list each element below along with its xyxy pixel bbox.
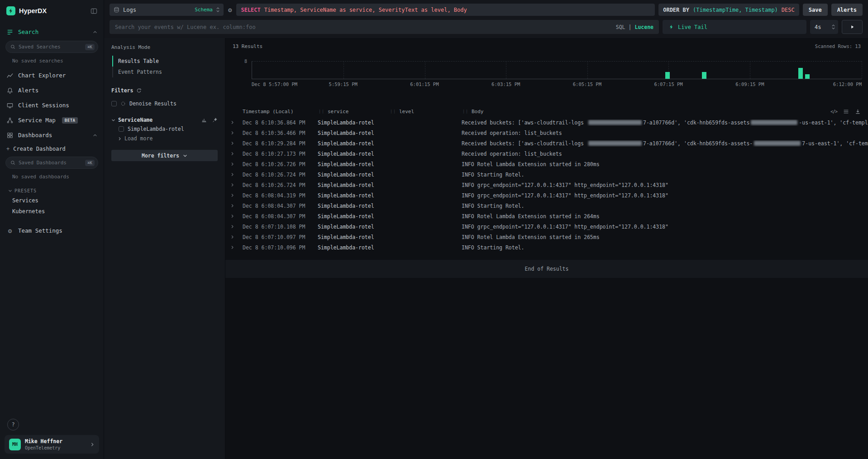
select-chevrons-icon [216, 7, 219, 13]
gridline [343, 61, 344, 79]
histogram-bar[interactable] [702, 72, 706, 79]
column-header-body[interactable]: ⋮⋮Body [462, 109, 823, 115]
table-row[interactable]: Dec 8 6:10:26.724 PM SimpleLambda-rotel … [225, 169, 868, 180]
expand-row-icon[interactable] [229, 120, 243, 124]
row-body: Received buckets: ['aws-cloudtrail-logs … [462, 120, 868, 126]
table-row[interactable]: Dec 8 6:10:29.284 PM SimpleLambda-rotel … [225, 138, 868, 148]
load-more-link[interactable]: Load more [111, 134, 218, 143]
sidebar-item-dashboards[interactable]: Dashboards [0, 128, 104, 143]
body-text: INFO grpc_endpoint="127.0.0.1:4317" http… [462, 192, 668, 199]
save-button[interactable]: Save [803, 4, 828, 16]
chevron-up-icon[interactable] [93, 133, 97, 138]
table-row[interactable]: Dec 8 6:08:04.307 PM SimpleLambda-rotel … [225, 211, 868, 221]
table-row[interactable]: Dec 8 6:08:04.319 PM SimpleLambda-rotel … [225, 190, 868, 201]
sql-mode-toggle[interactable]: SQL [616, 24, 625, 30]
expand-row-icon[interactable] [229, 193, 243, 197]
denoise-checkbox[interactable] [111, 101, 117, 106]
row-view-icon[interactable] [843, 109, 849, 115]
column-header-timestamp[interactable]: Timestamp (Local) [243, 109, 318, 115]
user-menu[interactable]: MH Mike Heffner OpenTelemetry [5, 435, 99, 454]
table-row[interactable]: Dec 8 6:10:27.173 PM SimpleLambda-rotel … [225, 148, 868, 159]
denoise-results-option[interactable]: Denoise Results [111, 99, 218, 108]
gear-icon: ⚙ [6, 228, 14, 234]
scanned-rows: Scanned Rows: 13 [815, 43, 861, 49]
code-view-icon[interactable]: </> [830, 109, 837, 114]
x-axis-tick-label: 6:07:15 PM [654, 81, 682, 87]
collapse-sidebar-icon[interactable] [91, 8, 97, 14]
alerts-button[interactable]: Alerts [831, 4, 863, 16]
expand-row-icon[interactable] [229, 172, 243, 177]
refresh-interval-input[interactable]: 4s [810, 20, 838, 34]
lucene-mode-toggle[interactable]: Lucene [634, 24, 653, 30]
histogram-bar[interactable] [798, 68, 803, 79]
expand-row-icon[interactable] [229, 152, 243, 156]
preset-item-services[interactable]: Services [0, 195, 104, 206]
x-axis-tick-label: 5:59:15 PM [329, 81, 358, 87]
source-selector[interactable]: Logs Schema [110, 4, 224, 16]
pin-icon[interactable] [212, 117, 218, 123]
saved-searches-input[interactable]: Saved Searches ⌘K [5, 41, 98, 53]
presets-section-toggle[interactable]: PRESETS [0, 184, 104, 195]
drag-handle-icon[interactable]: ⋮⋮ [318, 109, 324, 114]
sidebar-item-alerts[interactable]: Alerts [0, 83, 104, 98]
more-filters-button[interactable]: More filters [111, 150, 218, 161]
expand-row-icon[interactable] [229, 204, 243, 208]
create-dashboard-button[interactable]: + Create Dashboard [0, 143, 104, 155]
drag-handle-icon[interactable]: ⋮⋮ [462, 109, 468, 114]
expand-row-icon[interactable] [229, 225, 243, 229]
row-timestamp: Dec 8 6:07:10.097 PM [243, 234, 318, 240]
histogram-bar[interactable] [665, 72, 670, 79]
sidebar-item-chart-explorer[interactable]: Chart Explorer [0, 68, 104, 83]
table-row[interactable]: Dec 8 6:10:26.726 PM SimpleLambda-rotel … [225, 159, 868, 169]
event-search-input[interactable]: Search your events w/ Lucene ex. column:… [110, 20, 659, 34]
column-header-level[interactable]: ⋮⋮level [389, 109, 462, 115]
histogram-bar[interactable] [805, 74, 810, 79]
select-query-input[interactable]: SELECTTimestamp, ServiceName as service,… [236, 4, 655, 16]
expand-row-icon[interactable] [229, 162, 243, 166]
mode-results-table[interactable]: Results Table [112, 56, 218, 67]
body-text: INFO Rotel Lambda Extension started in 2… [462, 234, 600, 240]
stepper-arrows-icon[interactable] [832, 24, 835, 30]
refresh-icon[interactable] [136, 88, 142, 93]
table-row[interactable]: Dec 8 6:10:36.864 PM SimpleLambda-rotel … [225, 117, 868, 128]
filter-value-simplelambda-rotel[interactable]: SimpleLambda-rotel [111, 124, 218, 134]
filter-value-checkbox[interactable] [119, 126, 124, 132]
table-row[interactable]: Dec 8 6:07:10.108 PM SimpleLambda-rotel … [225, 221, 868, 232]
live-tail-button[interactable]: Live Tail [663, 20, 806, 34]
mode-event-patterns[interactable]: Event Patterns [113, 67, 218, 77]
column-header-service[interactable]: ⋮⋮service [318, 109, 389, 115]
sidebar-item-client-sessions[interactable]: Client Sessions [0, 98, 104, 113]
line-chart-icon [6, 72, 14, 79]
denoise-icon [120, 101, 126, 106]
sidebar-item-label: Dashboards [18, 132, 52, 139]
expand-row-icon[interactable] [229, 141, 243, 145]
drag-handle-icon[interactable]: ⋮⋮ [389, 109, 396, 114]
expand-row-icon[interactable] [229, 131, 243, 135]
expand-row-icon[interactable] [229, 245, 243, 249]
body-text: Received buckets: ['aws-cloudtrail-logs [462, 120, 587, 126]
preset-item-kubernetes[interactable]: Kubernetes [0, 206, 104, 217]
table-row[interactable]: Dec 8 6:10:26.724 PM SimpleLambda-rotel … [225, 180, 868, 190]
sidebar-item-search[interactable]: Search [0, 24, 104, 39]
table-row[interactable]: Dec 8 6:07:10.097 PM SimpleLambda-rotel … [225, 232, 868, 242]
expand-row-icon[interactable] [229, 214, 243, 218]
table-row[interactable]: Dec 8 6:08:04.307 PM SimpleLambda-rotel … [225, 201, 868, 211]
help-button[interactable]: ? [7, 419, 19, 430]
sidebar-item-team-settings[interactable]: ⚙ Team Settings [0, 223, 104, 238]
saved-dashboards-input[interactable]: Saved Dashboards ⌘K [5, 157, 98, 169]
order-by-input[interactable]: ORDER BY(TimestampTime, Timestamp)DESC [658, 4, 799, 16]
filter-group-servicename[interactable]: ServiceName [111, 115, 218, 124]
chart-facet-icon[interactable] [201, 117, 207, 123]
logo-row: HyperDX [0, 0, 104, 24]
table-row[interactable]: Dec 8 6:10:36.466 PM SimpleLambda-rotel … [225, 128, 868, 138]
denoise-label: Denoise Results [129, 100, 176, 107]
schema-link[interactable]: Schema [195, 7, 213, 13]
source-settings-button[interactable]: ⚙ [227, 7, 233, 13]
table-row[interactable]: Dec 8 6:07:10.096 PM SimpleLambda-rotel … [225, 242, 868, 253]
expand-row-icon[interactable] [229, 183, 243, 187]
play-button[interactable] [842, 20, 863, 34]
expand-row-icon[interactable] [229, 235, 243, 239]
download-icon[interactable] [855, 109, 861, 115]
sidebar-item-service-map[interactable]: Service Map BETA [0, 113, 104, 128]
chevron-up-icon[interactable] [93, 30, 97, 34]
